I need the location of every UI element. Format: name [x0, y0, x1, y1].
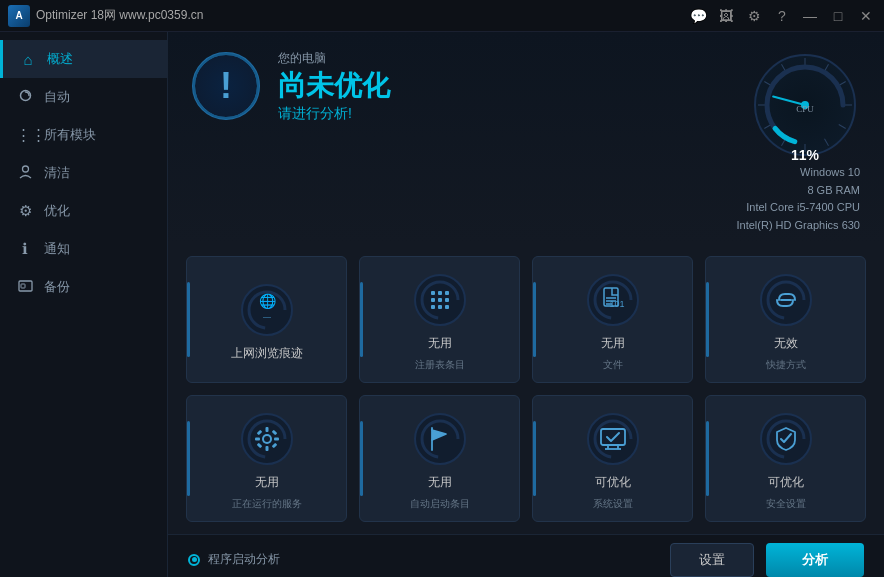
module-label-registry-sub: 注册表条目 — [415, 358, 465, 372]
main-content: ! 您的电脑 尚未优化 请进行分析! — [168, 32, 884, 577]
card-accent — [187, 282, 190, 357]
svg-rect-50 — [265, 427, 268, 432]
title-bar: A Optimizer 18网 www.pc0359.cn 💬 🖼 ⚙ ? — … — [0, 0, 884, 32]
cpu-gauge: CPU 11% — [750, 50, 860, 160]
sidebar-label-optimize: 优化 — [44, 202, 70, 220]
image-icon[interactable]: 🖼 — [716, 6, 736, 26]
svg-point-1 — [22, 166, 28, 172]
module-label-security-main: 可优化 — [768, 474, 804, 491]
all-modules-icon: ⋮⋮ — [16, 126, 34, 144]
sidebar-item-notify[interactable]: ℹ 通知 — [0, 230, 167, 268]
module-dial-browser: 🌐 — — [238, 281, 296, 339]
optimize-icon: ⚙ — [16, 202, 34, 220]
svg-text:CPU: CPU — [796, 104, 814, 114]
sidebar-label-backup: 备份 — [44, 278, 70, 296]
svg-rect-33 — [445, 298, 449, 302]
module-label-services-main: 无用 — [255, 474, 279, 491]
module-dial-shortcuts — [757, 271, 815, 329]
module-services[interactable]: 无用 正在运行的服务 — [186, 395, 347, 522]
module-shortcuts[interactable]: 无效 快捷方式 — [705, 256, 866, 383]
header-area: ! 您的电脑 尚未优化 请进行分析! — [168, 32, 884, 244]
modules-grid: 🌐 — 上网浏览痕迹 — [168, 244, 884, 534]
module-dial-services — [238, 410, 296, 468]
module-system-settings[interactable]: 可优化 系统设置 — [532, 395, 693, 522]
svg-rect-30 — [445, 291, 449, 295]
card-accent — [187, 421, 190, 496]
radio-button[interactable] — [188, 554, 200, 566]
title-bar-left: A Optimizer 18网 www.pc0359.cn — [8, 5, 203, 27]
module-browser-traces[interactable]: 🌐 — 上网浏览痕迹 — [186, 256, 347, 383]
module-dial-startup — [411, 410, 469, 468]
notify-icon: ℹ — [16, 240, 34, 258]
svg-rect-53 — [274, 438, 279, 441]
card-accent — [533, 421, 536, 496]
gauge-info: 11% — [750, 146, 860, 164]
svg-rect-34 — [431, 305, 435, 309]
gear-icon[interactable]: ⚙ — [744, 6, 764, 26]
module-useless-files[interactable]: 101 无用 文件 — [532, 256, 693, 383]
svg-text:🌐: 🌐 — [258, 293, 276, 310]
module-dial-security — [757, 410, 815, 468]
svg-rect-35 — [438, 305, 442, 309]
sidebar-item-clean[interactable]: 清洁 — [0, 154, 167, 192]
svg-text:—: — — [263, 312, 271, 321]
module-startup[interactable]: 无用 自动启动条目 — [359, 395, 520, 522]
close-icon[interactable]: ✕ — [856, 6, 876, 26]
auto-icon — [16, 88, 34, 106]
auto-scan-option[interactable]: 程序启动分析 — [188, 551, 280, 568]
sidebar-label-notify: 通知 — [44, 240, 70, 258]
title-bar-controls: 💬 🖼 ⚙ ? — □ ✕ — [688, 6, 876, 26]
module-label-security-sub: 安全设置 — [766, 497, 806, 511]
chat-icon[interactable]: 💬 — [688, 6, 708, 26]
module-label-browser: 上网浏览痕迹 — [231, 345, 303, 362]
analyze-button[interactable]: 分析 — [766, 543, 864, 577]
svg-rect-28 — [431, 291, 435, 295]
minimize-icon[interactable]: — — [800, 6, 820, 26]
module-label-services-sub: 正在运行的服务 — [232, 497, 302, 511]
card-accent — [360, 282, 363, 357]
sidebar-label-clean: 清洁 — [44, 164, 70, 182]
module-security[interactable]: 可优化 安全设置 — [705, 395, 866, 522]
os-info: Windows 10 — [737, 164, 861, 182]
module-label-shortcuts-sub: 快捷方式 — [766, 358, 806, 372]
module-dial-system — [584, 410, 642, 468]
sidebar-item-auto[interactable]: 自动 — [0, 78, 167, 116]
header-action: 请进行分析! — [278, 105, 390, 123]
svg-rect-51 — [265, 446, 268, 451]
sidebar-label-auto: 自动 — [44, 88, 70, 106]
system-info: Windows 10 8 GB RAM Intel Core i5-7400 C… — [737, 164, 861, 234]
sidebar-item-optimize[interactable]: ⚙ 优化 — [0, 192, 167, 230]
header-text: 您的电脑 尚未优化 请进行分析! — [278, 50, 390, 123]
footer-buttons: 设置 分析 — [670, 543, 864, 577]
module-label-system-sub: 系统设置 — [593, 497, 633, 511]
module-label-startup-sub: 自动启动条目 — [410, 497, 470, 511]
module-label-system-main: 可优化 — [595, 474, 631, 491]
sidebar-item-all-modules[interactable]: ⋮⋮ 所有模块 — [0, 116, 167, 154]
svg-rect-52 — [255, 438, 260, 441]
app-title: Optimizer 18网 www.pc0359.cn — [36, 7, 203, 24]
app-logo: A — [8, 5, 30, 27]
gpu-info: Intel(R) HD Graphics 630 — [737, 217, 861, 235]
header-right: CPU 11% Windows 10 8 GB RAM Intel Core i… — [737, 50, 861, 234]
settings-button[interactable]: 设置 — [670, 543, 754, 577]
cpu-info: Intel Core i5-7400 CPU — [737, 199, 861, 217]
clean-icon — [16, 164, 34, 182]
maximize-icon[interactable]: □ — [828, 6, 848, 26]
svg-rect-32 — [438, 298, 442, 302]
ram-info: 8 GB RAM — [737, 182, 861, 200]
app-container: ⌂ 概述 自动 ⋮⋮ 所有模块 清洁 — [0, 32, 884, 577]
card-accent — [706, 421, 709, 496]
sidebar: ⌂ 概述 自动 ⋮⋮ 所有模块 清洁 — [0, 32, 168, 577]
card-accent — [533, 282, 536, 357]
help-icon[interactable]: ? — [772, 6, 792, 26]
cpu-percent: 11% — [791, 147, 819, 163]
svg-text:101: 101 — [609, 299, 624, 309]
radio-dot-inner — [192, 557, 197, 562]
svg-rect-29 — [438, 291, 442, 295]
module-registry[interactable]: 无用 注册表条目 — [359, 256, 520, 383]
module-label-files-sub: 文件 — [603, 358, 623, 372]
sidebar-item-backup[interactable]: 备份 — [0, 268, 167, 306]
sidebar-item-overview[interactable]: ⌂ 概述 — [0, 40, 167, 78]
gauge-circle: CPU — [750, 50, 860, 160]
status-icon: ! — [192, 52, 260, 120]
